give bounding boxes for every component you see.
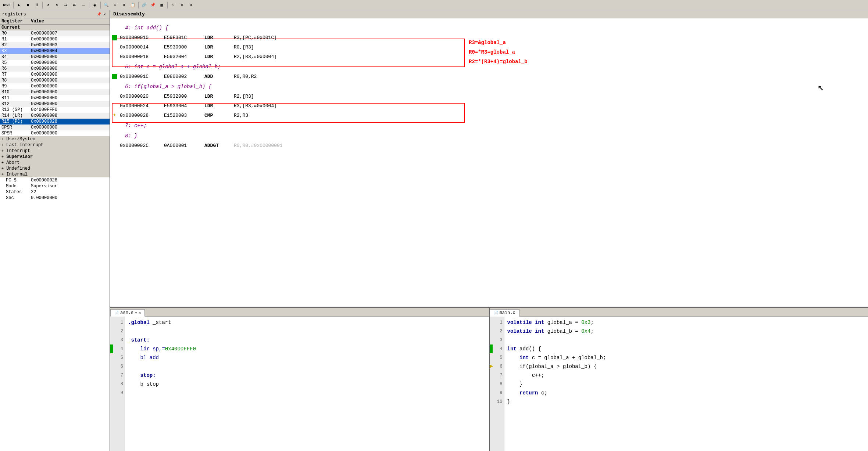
register-row-r0[interactable]: R00x00000007 (0, 30, 110, 36)
asm-operands: R0,R0,R2 (234, 72, 257, 82)
toolbar-run[interactable]: ▶ (15, 1, 23, 9)
register-group-interrupt[interactable]: + Interrupt (0, 148, 110, 154)
register-row-r3[interactable]: R30x00000004 (0, 48, 110, 54)
disassembly-line-0[interactable]: 4: int add() { (110, 23, 868, 33)
register-value: 0x00000000 (29, 60, 110, 66)
register-group-supervisor[interactable]: + Supervisor (0, 154, 110, 160)
group-label: Interrupt (6, 148, 30, 154)
disassembly-line-10[interactable]: 7: c++; (110, 120, 868, 131)
source-content-main: 12345►►678910 volatile int global_a = 0x… (490, 317, 868, 451)
asm-mnemonic: LDR (204, 43, 234, 52)
group-label: User/System (6, 137, 35, 142)
gutter-line-2: 2 (490, 327, 504, 336)
register-group-user-system[interactable]: + User/System (0, 136, 110, 142)
code-number: 0x4 (581, 328, 590, 334)
registers-pin-icon[interactable]: 📌 (96, 12, 101, 17)
register-value: 0x00000028 (29, 119, 110, 125)
code-keyword: int (507, 346, 517, 352)
register-value: 0x00000000 (29, 130, 110, 136)
register-group-internal[interactable]: + Internal (0, 172, 110, 177)
disassembly-line-7[interactable]: 0x00000020E5932000LDRR2,[R3] (110, 92, 868, 101)
code-text: global_b = (544, 328, 581, 334)
code-text (507, 390, 520, 396)
disassembly-line-1[interactable]: 0x00000010E59F301CLDRR3,[PC,#0x001C] (110, 33, 868, 43)
asm-label: _start: (128, 337, 150, 343)
register-row-r2[interactable]: R20x00000003 (0, 42, 110, 48)
code-keyword: int (507, 355, 529, 361)
register-row-r4[interactable]: R40x00000000 (0, 54, 110, 60)
tab-main-label: main.c (500, 310, 515, 315)
toolbar-close[interactable]: ✕ (178, 1, 186, 9)
register-row-r14lr[interactable]: R14 (LR)0x00000008 (0, 113, 110, 119)
internal-reg-value: 0.00000000 (29, 195, 110, 201)
register-row-r7[interactable]: R70x00000000 (0, 72, 110, 77)
register-row-r15pc[interactable]: R15 (PC)0x00000028 (0, 119, 110, 125)
code-main[interactable]: volatile int global_a = 0x3;volatile int… (504, 317, 868, 451)
disassembly-line-9[interactable]: ➜0x00000028E1520003CMPR2,R3 (110, 111, 868, 120)
toolbar-breakpoint[interactable]: ◉ (91, 1, 99, 9)
code-line-2: volatile int global_b = 0x4; (507, 327, 865, 336)
register-row-spsr[interactable]: SPSR0x00000000 (0, 130, 110, 136)
toolbar-step-over[interactable]: ⇥ (62, 1, 70, 9)
asm-mnemonic: LDR (204, 52, 234, 62)
gutter-line-7: 7 (110, 371, 125, 380)
gutter-line-4: 4 (110, 344, 125, 353)
disassembly-line-6[interactable]: 6: if(global_a > global_b) { (110, 82, 868, 92)
toolbar-step-out[interactable]: ⇤ (71, 1, 79, 9)
toolbar-gear[interactable]: ⚙ (187, 1, 195, 9)
bottom-panels: 📄 asm.s ▾ ✕ 123456789 .global _start_sta… (110, 308, 868, 451)
toolbar-clipboard[interactable]: 📋 (129, 1, 137, 9)
register-row-r12[interactable]: R120x00000000 (0, 101, 110, 107)
register-row-r6[interactable]: R60x00000000 (0, 66, 110, 72)
toolbar-grid[interactable]: ▦ (158, 1, 166, 9)
toolbar-rst[interactable]: RST (1, 3, 12, 7)
asm-operands: R3,[R3,#0x0004] (234, 101, 277, 111)
toolbar-step[interactable]: ↻ (53, 1, 61, 9)
toolbar-link[interactable]: 🔗 (140, 1, 148, 9)
toolbar-pin[interactable]: 📌 (149, 1, 157, 9)
toolbar-step-back[interactable]: ↺ (44, 1, 52, 9)
line-number: 10 (497, 399, 502, 404)
register-group-abort[interactable]: + Abort (0, 160, 110, 166)
asm-address: 0x00000010 (120, 33, 164, 43)
disassembly-line-3[interactable]: 0x00000018E5932004LDRR2,[R3,#0x0004] (110, 52, 868, 62)
register-group-fast interrupt[interactable]: + Fast Interrupt (0, 142, 110, 148)
code-asm[interactable]: .global _start_start: ldr sp,=0x4000FFF0… (125, 317, 489, 451)
toolbar-pause[interactable]: ⏸ (33, 1, 41, 9)
disassembly-line-5[interactable]: 0x0000001CE0800002ADDR0,R0,R2 (110, 72, 868, 82)
register-group-undefined[interactable]: + Undefined (0, 166, 110, 172)
disassembly-line-2[interactable]: 0x00000014E5930000LDRR0,[R3] (110, 43, 868, 52)
disassembly-line-4[interactable]: 5: int c = global_a + global_b; (110, 62, 868, 72)
tab-main-c[interactable]: 📄 main.c (490, 309, 519, 317)
register-row-r10[interactable]: R100x00000000 (0, 89, 110, 95)
disassembly-content[interactable]: R3=&global_a R0=*R3=global_a R2=*(R3+4)=… (110, 18, 868, 307)
register-name: R2 (0, 42, 29, 48)
register-row-r1[interactable]: R10x00000000 (0, 36, 110, 42)
tab-asm-s[interactable]: 📄 asm.s ▾ ✕ (110, 309, 145, 317)
disassembly-line-12[interactable]: 0x0000002C0A000001ADDGTR0,R0,#0x00000001 (110, 141, 868, 151)
toolbar-settings[interactable]: ⚙ (120, 1, 128, 9)
registers-close-icon[interactable]: ✕ (102, 12, 107, 17)
register-row-r11[interactable]: R110x00000000 (0, 95, 110, 101)
asm-mnemonic: ADDGT (204, 141, 234, 151)
register-row-r9[interactable]: R90x00000000 (0, 83, 110, 89)
register-row-r13sp[interactable]: R13 (SP)0x4000FFF0 (0, 107, 110, 113)
code-line-1: .global _start (128, 318, 486, 327)
disassembly-line-8[interactable]: 0x00000024E5933004LDRR3,[R3,#0x0004] (110, 101, 868, 111)
register-row-cpsr[interactable]: CPSR0x00000000 (0, 125, 110, 130)
toolbar-search[interactable]: 🔍 (102, 1, 110, 9)
toolbar-run-to[interactable]: → (79, 1, 87, 9)
line-number: 7 (500, 373, 502, 378)
toolbar-power[interactable]: ⚡ (169, 1, 177, 9)
register-name: CPSR (0, 125, 29, 130)
toolbar-menu[interactable]: ≡ (111, 1, 119, 9)
register-row-r5[interactable]: R50x00000000 (0, 60, 110, 66)
tab-dropdown-icon[interactable]: ▾ (135, 311, 137, 315)
toolbar-stop[interactable]: ■ (24, 1, 32, 9)
register-name: R15 (PC) (0, 119, 29, 125)
line-number: 3 (121, 338, 123, 343)
gutter-line-8: 8 (490, 380, 504, 389)
tab-close-icon[interactable]: ✕ (139, 311, 141, 315)
disassembly-line-11[interactable]: 8: } (110, 131, 868, 141)
register-row-r8[interactable]: R80x00000000 (0, 77, 110, 83)
